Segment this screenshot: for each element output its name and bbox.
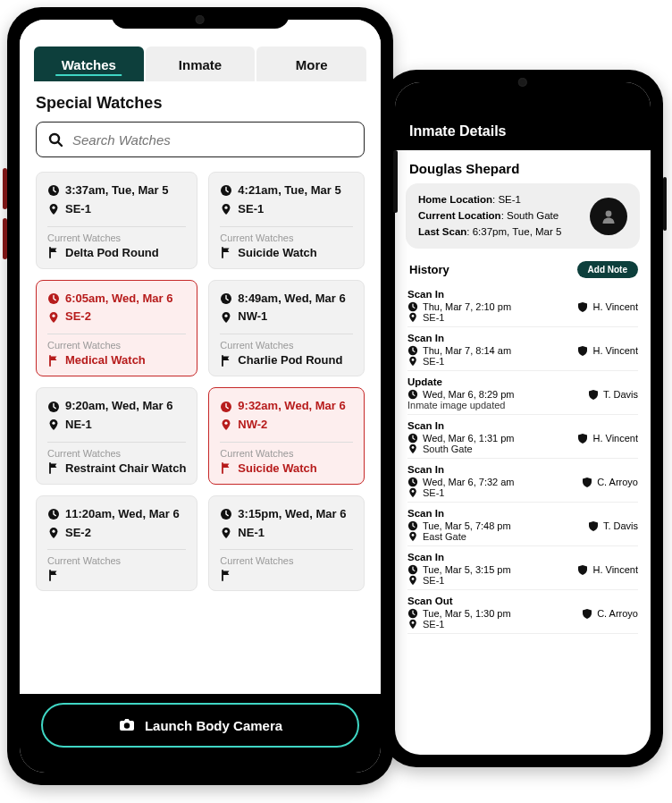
clock-icon <box>47 184 60 197</box>
person-icon <box>600 207 617 225</box>
tab-watches[interactable]: Watches <box>34 46 144 81</box>
card-time: 3:37am, Tue, Mar 5 <box>47 182 186 200</box>
card-time: 8:49am, Wed, Mar 6 <box>220 290 353 309</box>
current-watches-label: Current Watches <box>220 340 353 351</box>
watch-card[interactable]: 11:20am, Wed, Mar 6SE-2Current Watches <box>36 495 197 592</box>
clock-icon <box>220 401 232 413</box>
shield-icon <box>582 477 592 487</box>
watch-name <box>47 569 186 581</box>
inmate-name: Douglas Shepard <box>395 150 651 183</box>
pin-icon <box>407 487 418 498</box>
history-officer: H. Vincent <box>577 433 638 444</box>
pin-icon <box>407 531 418 542</box>
pin-icon <box>47 527 60 539</box>
history-item[interactable]: Scan InWed, Mar 6, 7:32 amC. ArroyoSE-1 <box>407 459 638 503</box>
section-title: Special Watches <box>20 90 381 122</box>
history-item[interactable]: Scan OutTue, Mar 5, 1:30 pmC. ArroyoSE-1 <box>407 590 638 634</box>
history-item[interactable]: Scan InThu, Mar 7, 2:10 pmH. VincentSE-1 <box>407 283 638 327</box>
clock-icon <box>220 292 232 305</box>
flag-icon <box>220 461 232 474</box>
history-time: Thu, Mar 7, 8:14 am <box>407 345 511 356</box>
clock-icon <box>407 520 418 531</box>
watch-card[interactable]: 9:20am, Wed, Mar 6NE-1Current WatchesRes… <box>36 387 197 485</box>
history-officer: H. Vincent <box>577 301 638 312</box>
card-time: 11:20am, Wed, Mar 6 <box>47 505 186 524</box>
card-location: SE-2 <box>47 308 186 326</box>
card-time: 4:21am, Tue, Mar 5 <box>220 182 353 200</box>
flag-icon <box>47 246 60 258</box>
shield-icon <box>577 345 588 356</box>
history-item[interactable]: Scan InThu, Mar 7, 8:14 amH. VincentSE-1 <box>407 327 638 371</box>
flag-icon <box>220 569 232 581</box>
current-watches-label: Current Watches <box>47 448 186 459</box>
pin-icon <box>407 619 418 630</box>
side-button-right <box>393 150 398 213</box>
clock-icon <box>407 301 418 312</box>
add-note-button[interactable]: Add Note <box>577 261 638 278</box>
clock-icon <box>407 477 418 487</box>
current-watches-label: Current Watches <box>220 555 353 566</box>
clock-icon <box>220 508 232 520</box>
side-button <box>663 177 667 231</box>
history-item[interactable]: Scan InTue, Mar 5, 3:15 pmH. VincentSE-1 <box>407 546 638 590</box>
screen-back: Inmate Details Douglas Shepard Home Loca… <box>395 82 651 755</box>
watch-grid: 3:37am, Tue, Mar 5SE-1Current WatchesDel… <box>20 168 381 591</box>
history-type: Scan In <box>407 420 638 431</box>
watch-card[interactable]: 4:21am, Tue, Mar 5SE-1Current WatchesSui… <box>208 172 365 269</box>
pin-icon <box>220 418 232 431</box>
watch-name: Suicide Watch <box>220 246 353 259</box>
history-time: Wed, Mar 6, 1:31 pm <box>407 433 515 444</box>
history-item[interactable]: Scan InTue, Mar 5, 7:48 pmT. DavisEast G… <box>407 503 638 546</box>
history-item[interactable]: UpdateWed, Mar 6, 8:29 pmT. DavisInmate … <box>407 371 638 415</box>
card-time: 3:15pm, Wed, Mar 6 <box>220 505 353 524</box>
shield-icon <box>582 608 592 619</box>
history-type: Scan In <box>407 464 638 475</box>
history-time: Tue, Mar 5, 1:30 pm <box>407 608 511 619</box>
watch-name: Restraint Chair Watch <box>47 461 186 475</box>
history-type: Scan In <box>407 289 638 300</box>
watch-card[interactable]: 8:49am, Wed, Mar 6NW-1Current WatchesCha… <box>208 280 365 377</box>
history-type: Update <box>407 376 638 387</box>
shield-icon <box>588 389 599 400</box>
card-time: 9:20am, Wed, Mar 6 <box>47 397 186 416</box>
pin-icon <box>407 444 418 454</box>
history-officer: H. Vincent <box>577 345 638 356</box>
pin-icon <box>407 575 418 586</box>
tab-inmate[interactable]: Inmate <box>146 46 256 81</box>
watch-card[interactable]: 6:05am, Wed, Mar 6SE-2Current WatchesMed… <box>36 280 197 377</box>
inmate-info-text: Home Location: SE-1 Current Location: So… <box>418 192 581 240</box>
history-time: Wed, Mar 6, 7:32 am <box>407 477 515 487</box>
history-time: Tue, Mar 5, 7:48 pm <box>407 520 511 531</box>
watch-card[interactable]: 9:32am, Wed, Mar 6NW-2Current WatchesSui… <box>208 387 365 485</box>
launch-camera-button[interactable]: Launch Body Camera <box>41 703 359 748</box>
card-location: SE-2 <box>47 524 186 543</box>
search-icon <box>47 131 63 148</box>
watch-card[interactable]: 3:37am, Tue, Mar 5SE-1Current WatchesDel… <box>36 172 197 269</box>
history-time: Tue, Mar 5, 3:15 pm <box>407 564 511 575</box>
search-field[interactable] <box>36 122 365 157</box>
card-location: NW-2 <box>220 416 353 435</box>
card-location: NE-1 <box>220 524 353 543</box>
shield-icon <box>577 564 588 575</box>
avatar[interactable] <box>590 198 627 235</box>
history-list: Scan InThu, Mar 7, 2:10 pmH. VincentSE-1… <box>395 283 651 634</box>
clock-icon <box>47 401 60 413</box>
history-time: Wed, Mar 6, 8:29 pm <box>407 389 515 400</box>
pin-icon <box>220 311 232 324</box>
watch-card[interactable]: 3:15pm, Wed, Mar 6NE-1Current Watches <box>208 495 365 592</box>
watch-name <box>220 569 353 581</box>
history-time: Thu, Mar 7, 2:10 pm <box>407 301 511 312</box>
clock-icon <box>407 345 418 356</box>
history-item[interactable]: Scan InWed, Mar 6, 1:31 pmH. VincentSout… <box>407 415 638 459</box>
side-button-left-2 <box>3 218 7 259</box>
history-officer: C. Arroyo <box>582 608 638 619</box>
pin-icon <box>47 311 60 324</box>
search-input[interactable] <box>72 132 353 148</box>
tab-more[interactable]: More <box>256 46 366 81</box>
history-officer: T. Davis <box>588 520 638 531</box>
flag-icon <box>220 354 232 367</box>
shield-icon <box>588 520 599 531</box>
phone-front: Watches Inmate More Special Watches 3:37… <box>7 7 393 785</box>
clock-icon <box>407 389 418 400</box>
pin-icon <box>220 527 232 539</box>
